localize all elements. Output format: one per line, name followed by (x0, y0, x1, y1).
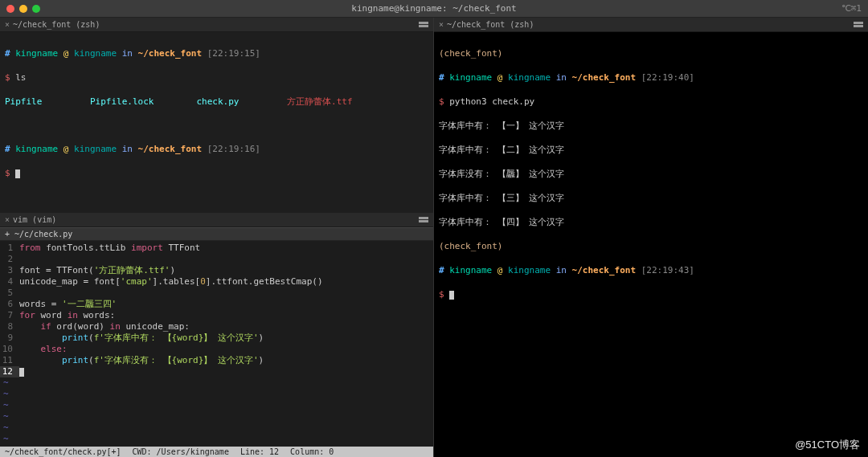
prompt-hash: # (5, 48, 10, 59)
close-icon[interactable]: × (439, 20, 444, 29)
window-title: kingname@kingname: ~/check_font (351, 3, 516, 14)
cursor-icon (449, 291, 454, 300)
venv-label: (check_font) (439, 48, 502, 59)
output-line: 字体库中有： 【三】 这个汉字 (439, 192, 863, 204)
output-line: 字体库中有： 【二】 这个汉字 (439, 144, 863, 156)
output-line: 字体库中有： 【一】 这个汉字 (439, 120, 863, 132)
command-text: ls (15, 72, 26, 83)
vim-editor[interactable]: 1from fontTools.ttLib import TTFont 2 3f… (0, 241, 433, 447)
left-column: × ~/check_font (zsh) # kingname @ kingna… (0, 18, 434, 457)
output-line: 字体库没有： 【龘】 这个汉字 (439, 168, 863, 180)
status-path: ~/check_font/check.py[+] (5, 447, 121, 456)
cursor-icon (19, 368, 24, 377)
minimize-icon[interactable] (19, 5, 27, 13)
watermark: @51CTO博客 (795, 438, 860, 452)
menu-icon[interactable] (419, 217, 428, 223)
tab-label[interactable]: vim (vim) (13, 215, 56, 224)
window-titlebar: kingname@kingname: ~/check_font ℃⌘1 (0, 0, 868, 18)
output-line: 字体库中有： 【四】 这个汉字 (439, 216, 863, 228)
vim-empty-line: ~ (0, 434, 433, 445)
venv-label: (check_font) (439, 241, 502, 251)
right-column: × ~/check_font (zsh) (check_font) # king… (434, 18, 868, 457)
menu-icon[interactable] (419, 22, 428, 28)
vim-tabbar: × vim (vim) (0, 213, 433, 227)
right-tabbar: × ~/check_font (zsh) (434, 18, 868, 32)
vim-empty-line: ~ (0, 389, 433, 400)
vim-statusbar: ~/check_font/check.py[+] CWD: /Users/kin… (0, 447, 433, 457)
status-cwd: CWD: /Users/kingname (133, 447, 229, 456)
right-terminal[interactable]: (check_font) # kingname @ kingname in ~/… (434, 32, 868, 457)
cursor-icon (15, 169, 20, 178)
close-icon[interactable]: × (5, 215, 10, 224)
tab-label[interactable]: ~/check_font (zsh) (447, 20, 534, 29)
status-col: Column: 0 (290, 447, 334, 456)
traffic-lights (6, 5, 40, 13)
vim-file-header: + ~/c/check.py (0, 227, 433, 241)
vim-empty-line: ~ (0, 400, 433, 411)
status-line: Line: 12 (240, 447, 279, 456)
vim-empty-line: ~ (0, 377, 433, 389)
menu-icon[interactable] (854, 22, 863, 28)
left-terminal[interactable]: # kingname @ kingname in ~/check_font [2… (0, 32, 433, 213)
tab-label[interactable]: ~/check_font (zsh) (13, 20, 100, 29)
left-top-tabbar: × ~/check_font (zsh) (0, 18, 433, 32)
command-text: python3 check.py (449, 96, 534, 107)
close-icon[interactable]: × (5, 20, 10, 29)
close-icon[interactable] (6, 5, 14, 13)
workspace: × ~/check_font (zsh) # kingname @ kingna… (0, 18, 868, 457)
maximize-icon[interactable] (32, 5, 40, 13)
window-right-indicator: ℃⌘1 (841, 3, 862, 14)
vim-empty-line: ~ (0, 411, 433, 422)
vim-empty-line: ~ (0, 422, 433, 434)
